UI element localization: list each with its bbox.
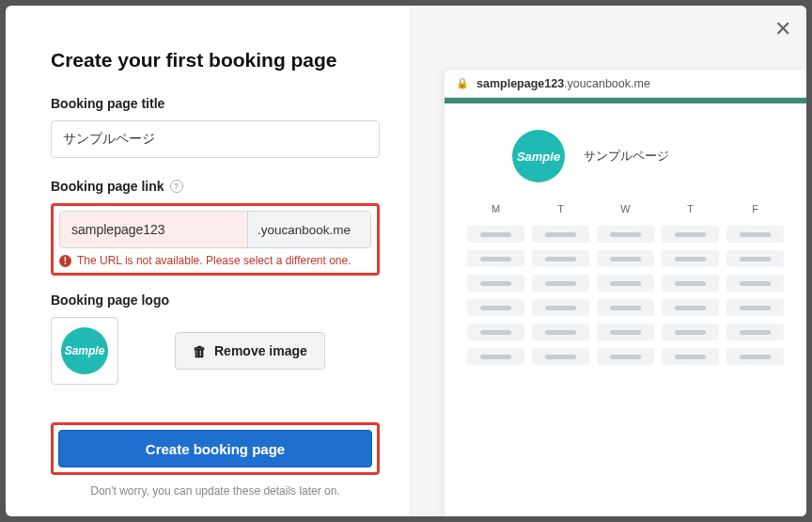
- time-slot: [532, 348, 589, 365]
- title-label: Booking page title: [51, 96, 380, 111]
- day-label: M: [467, 203, 524, 214]
- error-text: The URL is not available. Please select …: [77, 254, 351, 267]
- preview-window: 🔒 samplepage123.youcanbook.me Sample サンプ…: [445, 70, 806, 516]
- logo-row: Sample 🗑 Remove image: [51, 317, 380, 385]
- time-slot: [662, 324, 719, 340]
- time-slot: [597, 324, 654, 340]
- preview-header: Sample サンプルページ: [445, 103, 806, 203]
- title-input[interactable]: [51, 120, 380, 158]
- create-booking-page-button[interactable]: Create booking page: [58, 430, 372, 467]
- modal-container: ✕ Create your first booking page Booking…: [6, 6, 806, 516]
- link-label-text: Booking page link: [51, 179, 164, 194]
- time-slot: [662, 275, 719, 292]
- subdomain-input[interactable]: [60, 212, 248, 247]
- day-label: T: [662, 203, 719, 214]
- time-slot: [662, 250, 719, 267]
- day-label: F: [726, 203, 784, 214]
- close-icon[interactable]: ✕: [774, 19, 791, 40]
- sample-logo: Sample: [61, 327, 108, 374]
- link-field-group: .youcanbook.me: [59, 211, 371, 248]
- error-icon: !: [59, 255, 71, 267]
- link-highlight: .youcanbook.me ! The URL is not availabl…: [51, 203, 380, 276]
- address-domain: .youcanbook.me: [564, 77, 650, 90]
- time-slot: [467, 348, 524, 365]
- time-slot: [726, 299, 784, 316]
- logo-label: Booking page logo: [51, 293, 380, 308]
- help-icon[interactable]: ?: [170, 180, 183, 193]
- logo-thumbnail[interactable]: Sample: [51, 317, 118, 385]
- time-slot: [532, 226, 589, 243]
- error-message: ! The URL is not available. Please selec…: [59, 254, 371, 267]
- form-pane: Create your first booking page Booking p…: [6, 6, 410, 516]
- time-slot: [532, 275, 589, 292]
- time-slot: [532, 324, 589, 340]
- time-slot: [662, 299, 719, 316]
- day-label: W: [597, 203, 654, 214]
- calendar-preview: M T W T F: [445, 203, 806, 365]
- time-slot: [726, 324, 784, 340]
- time-slot: [726, 250, 784, 267]
- time-slot: [532, 250, 589, 267]
- lock-icon: 🔒: [456, 77, 469, 89]
- remove-image-label: Remove image: [214, 343, 307, 358]
- time-slot: [597, 275, 654, 292]
- address-subdomain: samplepage123: [476, 77, 564, 90]
- preview-page-title: サンプルページ: [584, 148, 669, 165]
- time-slot: [726, 275, 784, 292]
- domain-suffix: .youcanbook.me: [248, 212, 370, 247]
- link-label: Booking page link ?: [51, 179, 380, 194]
- time-slot: [597, 226, 654, 243]
- time-slot: [467, 226, 524, 243]
- time-slot: [726, 226, 784, 243]
- address-bar: 🔒 samplepage123.youcanbook.me: [445, 70, 806, 98]
- time-slot: [726, 348, 784, 365]
- time-slot: [662, 226, 719, 243]
- time-slot: [467, 250, 524, 267]
- remove-image-button[interactable]: 🗑 Remove image: [175, 332, 325, 370]
- trash-icon: 🗑: [193, 343, 207, 359]
- time-slot: [467, 299, 524, 316]
- subnote: Don't worry, you can update these detail…: [51, 484, 380, 498]
- time-slot: [532, 299, 589, 316]
- calendar-header: M T W T F: [467, 203, 784, 214]
- time-slot: [597, 348, 654, 365]
- time-slot: [597, 299, 654, 316]
- day-label: T: [532, 203, 589, 214]
- time-slot: [467, 275, 524, 292]
- time-slot: [467, 324, 524, 340]
- calendar-grid: [467, 226, 784, 365]
- page-heading: Create your first booking page: [51, 49, 380, 71]
- preview-logo: Sample: [512, 130, 565, 182]
- preview-pane: 🔒 samplepage123.youcanbook.me Sample サンプ…: [410, 6, 806, 516]
- cta-highlight: Create booking page: [51, 422, 380, 475]
- time-slot: [662, 348, 719, 365]
- time-slot: [597, 250, 654, 267]
